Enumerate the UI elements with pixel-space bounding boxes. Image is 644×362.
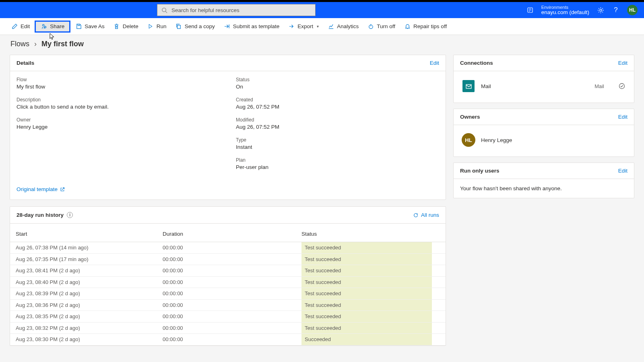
search-icon	[161, 7, 167, 13]
sendcopy-button[interactable]: Send a copy	[171, 21, 219, 32]
table-row[interactable]: Aug 26, 07:35 PM (17 min ago)00:00:00Tes…	[10, 254, 446, 265]
repair-button[interactable]: Repair tips off	[400, 21, 451, 32]
breadcrumb: Flows › My first flow	[0, 35, 644, 52]
copy-icon	[175, 23, 182, 30]
edit-button[interactable]: Edit	[7, 21, 34, 32]
connection-item[interactable]: Mail Mail	[460, 77, 627, 95]
runonly-edit[interactable]: Edit	[618, 168, 627, 174]
chevron-down-icon: ▾	[317, 24, 319, 29]
play-icon	[147, 23, 154, 30]
runonly-title: Run only users	[460, 168, 500, 174]
user-avatar[interactable]: HL	[627, 5, 638, 15]
connections-edit[interactable]: Edit	[618, 60, 627, 66]
svg-point-4	[42, 25, 44, 26]
search-placeholder: Search for helpful resources	[171, 7, 239, 13]
table-row[interactable]: Aug 26, 07:38 PM (14 min ago)00:00:00Tes…	[10, 242, 446, 254]
col-status: Status	[301, 231, 440, 237]
history-card: 28-day run history i All runs Start Dura…	[10, 206, 446, 346]
table-row[interactable]: Aug 23, 08:36 PM (2 d ago)00:00:00Test s…	[10, 300, 446, 311]
table-row[interactable]: Aug 23, 08:30 PM (2 d ago)00:00:00Succee…	[10, 334, 446, 346]
owner-item[interactable]: HL Henry Legge	[460, 131, 627, 149]
details-card: Details Edit FlowMy first flow Descripti…	[10, 55, 446, 200]
table-row[interactable]: Aug 23, 08:40 PM (2 d ago)00:00:00Test s…	[10, 277, 446, 288]
svg-point-3	[599, 9, 601, 11]
details-title: Details	[17, 60, 34, 66]
save-icon	[75, 23, 82, 30]
connections-title: Connections	[460, 60, 493, 66]
command-bar: Edit Share Save As Delete Run Send a cop…	[0, 18, 644, 35]
submit-icon	[224, 23, 230, 30]
analytics-icon	[328, 23, 334, 30]
delete-button[interactable]: Delete	[109, 21, 142, 32]
mail-icon	[462, 80, 475, 92]
original-template-link[interactable]: Original template	[17, 186, 65, 192]
power-icon	[367, 23, 374, 30]
col-start: Start	[16, 231, 163, 237]
turnoff-button[interactable]: Turn off	[363, 21, 399, 32]
owners-edit[interactable]: Edit	[618, 114, 627, 120]
table-row[interactable]: Aug 23, 08:32 PM (2 d ago)00:00:00Test s…	[10, 323, 446, 334]
table-row[interactable]: Aug 23, 08:39 PM (2 d ago)00:00:00Test s…	[10, 288, 446, 300]
refresh-icon	[413, 212, 419, 218]
share-button[interactable]: Share	[35, 21, 70, 33]
owner-name: Henry Legge	[481, 137, 512, 143]
export-button[interactable]: Export ▾	[284, 21, 323, 32]
runonly-message: Your flow hasn't been shared with anyone…	[454, 179, 634, 198]
delete-icon	[114, 23, 120, 30]
bell-icon	[404, 23, 411, 30]
edit-icon	[11, 23, 18, 30]
connections-card: Connections Edit Mail Mail	[453, 55, 634, 103]
settings-icon[interactable]	[597, 6, 605, 14]
titlebar: Search for helpful resources Environment…	[0, 2, 644, 18]
details-edit[interactable]: Edit	[430, 60, 439, 66]
col-duration: Duration	[163, 231, 301, 237]
environment-picker[interactable]: Environments enayu.com (default)	[541, 5, 589, 16]
search-input[interactable]: Search for helpful resources	[157, 4, 316, 16]
run-button[interactable]: Run	[143, 21, 171, 32]
chevron-right-icon: ›	[34, 40, 37, 48]
breadcrumb-current: My first flow	[41, 40, 84, 48]
svg-line-1	[165, 11, 167, 13]
owner-avatar: HL	[462, 133, 475, 147]
share-icon	[41, 23, 47, 30]
environment-icon[interactable]	[526, 6, 534, 14]
svg-rect-6	[178, 25, 181, 29]
help-icon[interactable]: ?	[612, 6, 620, 14]
table-row[interactable]: Aug 23, 08:41 PM (2 d ago)00:00:00Test s…	[10, 265, 446, 277]
runonly-card: Run only users Edit Your flow hasn't bee…	[453, 162, 634, 198]
export-icon	[288, 23, 295, 30]
owners-title: Owners	[460, 114, 480, 120]
saveas-button[interactable]: Save As	[71, 21, 109, 32]
svg-point-9	[619, 84, 625, 89]
all-runs-link[interactable]: All runs	[413, 212, 439, 218]
external-link-icon	[60, 187, 65, 192]
history-title: 28-day run history	[17, 212, 64, 218]
breadcrumb-root[interactable]: Flows	[10, 40, 29, 48]
analytics-button[interactable]: Analytics	[324, 21, 363, 32]
check-icon	[619, 83, 625, 89]
svg-point-0	[162, 8, 166, 11]
table-row[interactable]: Aug 23, 08:35 PM (2 d ago)00:00:00Test s…	[10, 311, 446, 323]
info-icon[interactable]: i	[67, 212, 73, 218]
owners-card: Owners Edit HL Henry Legge	[453, 109, 634, 157]
submit-button[interactable]: Submit as template	[220, 21, 284, 32]
